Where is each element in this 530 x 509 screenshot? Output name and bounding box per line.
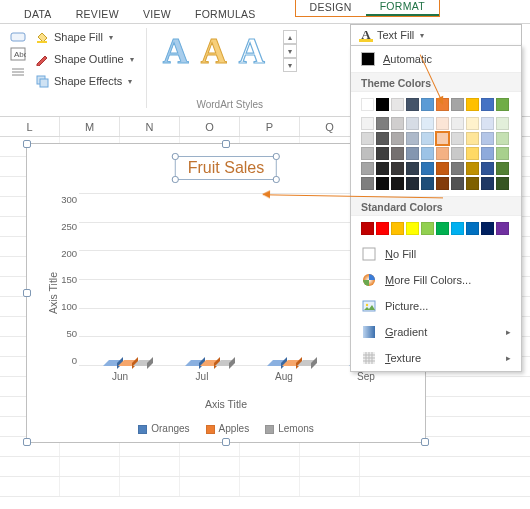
color-swatch[interactable] [451,177,464,190]
color-swatch[interactable] [361,147,374,160]
color-swatch[interactable] [466,147,479,160]
picker-more-colors[interactable]: More Fill Colors... [351,267,521,293]
chart-title[interactable]: Fruit Sales [175,156,277,180]
color-swatch[interactable] [391,117,404,130]
picker-no-fill[interactable]: No Fill [351,241,521,267]
color-swatch[interactable] [496,162,509,175]
more-shapes-icon[interactable] [10,64,26,80]
color-swatch[interactable] [361,222,374,235]
color-swatch[interactable] [406,98,419,111]
color-swatch[interactable] [481,162,494,175]
color-swatch[interactable] [481,177,494,190]
color-swatch[interactable] [361,162,374,175]
chart-legend[interactable]: Oranges Apples Lemons [27,423,425,434]
color-swatch[interactable] [421,98,434,111]
shape-effects-button[interactable]: Shape Effects ▾ [30,72,136,90]
color-swatch[interactable] [421,177,434,190]
color-swatch[interactable] [481,98,494,111]
color-swatch[interactable] [481,117,494,130]
color-swatch[interactable] [436,222,449,235]
tab-data[interactable]: DATA [12,0,64,23]
tab-design[interactable]: DESIGN [296,0,366,16]
picker-automatic[interactable]: Automatic [351,46,521,72]
tab-view[interactable]: VIEW [131,0,183,23]
scroll-down-icon[interactable]: ▾ [283,44,297,58]
shape-fill-button[interactable]: Shape Fill ▾ [30,28,117,46]
color-swatch[interactable] [406,132,419,145]
color-swatch[interactable] [421,222,434,235]
color-swatch[interactable] [376,117,389,130]
color-swatch[interactable] [361,177,374,190]
color-swatch[interactable] [391,162,404,175]
color-swatch[interactable] [481,132,494,145]
color-swatch[interactable] [421,132,434,145]
col-header[interactable]: O [180,117,240,136]
text-fill-button[interactable]: A Text Fill ▾ [350,24,522,45]
color-swatch[interactable] [466,98,479,111]
color-swatch[interactable] [376,147,389,160]
color-swatch[interactable] [421,147,434,160]
title-handle[interactable] [273,153,280,160]
tab-review[interactable]: REVIEW [64,0,131,23]
color-swatch[interactable] [376,162,389,175]
tab-formulas[interactable]: FORMULAS [183,0,268,23]
color-swatch[interactable] [391,147,404,160]
shape-outline-button[interactable]: Shape Outline ▾ [30,50,138,68]
color-swatch[interactable] [421,162,434,175]
color-swatch[interactable] [496,222,509,235]
color-swatch[interactable] [391,98,404,111]
color-swatch[interactable] [406,147,419,160]
color-swatch[interactable] [451,222,464,235]
wordart-style-1[interactable]: A [163,33,189,69]
color-swatch[interactable] [406,177,419,190]
col-header[interactable]: P [240,117,300,136]
color-swatch[interactable] [406,117,419,130]
resize-handle[interactable] [421,438,429,446]
color-swatch[interactable] [376,177,389,190]
color-swatch[interactable] [466,162,479,175]
color-swatch[interactable] [406,162,419,175]
color-swatch[interactable] [436,117,449,130]
resize-handle[interactable] [222,140,230,148]
color-swatch[interactable] [406,222,419,235]
color-swatch[interactable] [436,162,449,175]
scroll-up-icon[interactable]: ▴ [283,30,297,44]
x-axis-title[interactable]: Axis Title [27,398,425,410]
color-swatch[interactable] [361,117,374,130]
color-swatch[interactable] [451,98,464,111]
color-swatch[interactable] [436,147,449,160]
color-swatch[interactable] [376,222,389,235]
color-swatch[interactable] [376,132,389,145]
color-swatch[interactable] [436,177,449,190]
col-header[interactable]: N [120,117,180,136]
resize-handle[interactable] [23,438,31,446]
color-swatch[interactable] [496,98,509,111]
color-swatch[interactable] [361,132,374,145]
col-header[interactable]: M [60,117,120,136]
resize-handle[interactable] [222,438,230,446]
color-swatch[interactable] [376,98,389,111]
color-swatch[interactable] [391,132,404,145]
picker-picture[interactable]: Picture... [351,293,521,319]
color-swatch[interactable] [481,222,494,235]
resize-handle[interactable] [23,289,31,297]
color-swatch[interactable] [451,147,464,160]
color-swatch[interactable] [466,132,479,145]
color-swatch[interactable] [421,117,434,130]
color-swatch[interactable] [451,132,464,145]
insert-shape-icon[interactable] [10,28,26,44]
color-swatch[interactable] [496,177,509,190]
wordart-style-3[interactable]: A [239,33,265,69]
wordart-gallery-scroll[interactable]: ▴ ▾ ▾ [283,30,297,72]
color-swatch[interactable] [466,222,479,235]
title-handle[interactable] [273,176,280,183]
color-swatch[interactable] [496,132,509,145]
color-swatch[interactable] [466,117,479,130]
color-swatch[interactable] [466,177,479,190]
color-swatch[interactable] [361,98,374,111]
tab-format[interactable]: FORMAT [366,0,439,16]
text-box-icon[interactable]: Abc [10,46,26,62]
color-swatch[interactable] [481,147,494,160]
color-swatch[interactable] [496,147,509,160]
picker-texture[interactable]: Texture ▸ [351,345,521,371]
